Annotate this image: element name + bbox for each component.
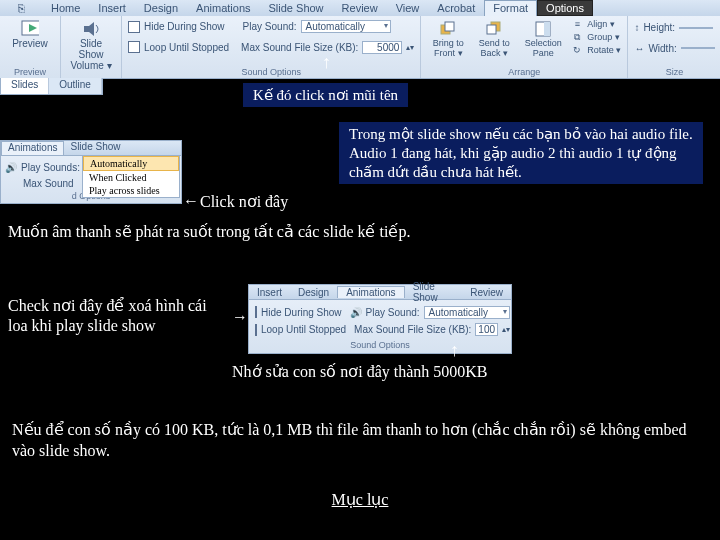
align-button[interactable]: ≡Align ▾ bbox=[571, 18, 621, 30]
tab-review[interactable]: Review bbox=[333, 2, 387, 14]
svg-rect-4 bbox=[445, 22, 454, 31]
slides-outline-tabs: Slides Outline bbox=[0, 78, 103, 95]
height-input[interactable]: ↕Height: bbox=[634, 22, 714, 33]
tab-insert[interactable]: Insert bbox=[89, 2, 135, 14]
send-to-back-button[interactable]: Send to Back ▾ bbox=[473, 18, 515, 60]
max-file-size-input[interactable]: 5000 bbox=[362, 41, 402, 54]
rotate-icon: ↻ bbox=[571, 44, 583, 56]
speaker-icon: 🔊 bbox=[5, 158, 17, 176]
arrow-left-icon: ← bbox=[183, 192, 199, 210]
preview-button[interactable]: Preview bbox=[6, 18, 54, 51]
svg-marker-2 bbox=[84, 22, 94, 36]
toc-link[interactable]: Mục lục bbox=[0, 490, 720, 509]
tab-options[interactable]: Options bbox=[537, 0, 593, 16]
arrow-up-icon-2: ↑ bbox=[450, 340, 459, 361]
selection-pane-button[interactable]: Selection Pane bbox=[519, 18, 567, 60]
selection-pane-icon bbox=[534, 20, 552, 38]
width-icon: ↔ bbox=[634, 43, 644, 54]
height-icon: ↕ bbox=[634, 22, 639, 33]
slides-tab[interactable]: Slides bbox=[1, 78, 49, 94]
group-icon: ⧉ bbox=[571, 31, 583, 43]
preview-icon bbox=[21, 20, 39, 38]
rotate-button[interactable]: ↻Rotate ▾ bbox=[571, 44, 621, 56]
text-line2: Nếu để con số nầy có 100 KB, tức là 0,1 … bbox=[12, 420, 708, 462]
bring-front-icon bbox=[439, 20, 457, 38]
tab-acrobat[interactable]: Acrobat bbox=[428, 2, 484, 14]
svg-rect-8 bbox=[544, 22, 550, 36]
bring-to-front-button[interactable]: Bring to Front ▾ bbox=[427, 18, 469, 60]
speaker-icon: 🔊 bbox=[350, 303, 362, 321]
callout-click-arrow: Kế đó click nơi mũi tên bbox=[242, 82, 409, 108]
ribbon-tabs: ⎘ Home Insert Design Animations Slide Sh… bbox=[0, 0, 720, 17]
text-check-here: Check nơi đây để xoá hình cái loa khi pl… bbox=[8, 296, 228, 336]
text-line1: Muốn âm thanh sẽ phát ra suốt trong tất … bbox=[8, 222, 410, 241]
label-click-here: Click nơi đây bbox=[200, 192, 288, 211]
tab-slideshow[interactable]: Slide Show bbox=[260, 2, 333, 14]
callout-two-audio: Trong một slide show nếu các bạn bỏ vào … bbox=[338, 121, 704, 185]
play-sound-dropdown[interactable]: Automatically bbox=[301, 20, 391, 33]
loop-until-stopped-checkbox[interactable]: Loop Until StoppedMax Sound File Size (K… bbox=[128, 41, 414, 54]
speaker-icon bbox=[82, 20, 100, 38]
tab-animations[interactable]: Animations bbox=[187, 2, 259, 14]
panel-sound-options: Insert Design Animations Slide Show Revi… bbox=[248, 284, 512, 354]
hide-during-show-checkbox[interactable]: Hide During ShowPlay Sound:Automatically bbox=[128, 20, 414, 33]
group-button[interactable]: ⧉Group ▾ bbox=[571, 31, 621, 43]
arrow-up-icon: ↑ bbox=[322, 52, 331, 73]
outline-tab[interactable]: Outline bbox=[49, 78, 102, 94]
width-input[interactable]: ↔Width: bbox=[634, 43, 714, 54]
tab-home[interactable]: Home bbox=[42, 2, 89, 14]
tab-format[interactable]: Format bbox=[484, 0, 537, 16]
svg-rect-6 bbox=[487, 25, 496, 34]
arrow-right-icon: → bbox=[232, 308, 248, 326]
tab-view[interactable]: View bbox=[387, 2, 429, 14]
play-sound-options-list[interactable]: Automatically When Clicked Play across s… bbox=[82, 155, 180, 198]
ribbon-body: Preview Preview Slide Show Volume ▾ Hide… bbox=[0, 16, 720, 79]
align-icon: ≡ bbox=[571, 18, 583, 30]
send-back-icon bbox=[485, 20, 503, 38]
hide-during-show-checkbox-2[interactable]: Hide During Show🔊Play Sound:Automaticall… bbox=[255, 303, 505, 321]
slideshow-volume-button[interactable]: Slide Show Volume ▾ bbox=[67, 18, 115, 73]
loop-checkbox-2[interactable]: Loop Until StoppedMax Sound File Size (K… bbox=[255, 323, 505, 336]
text-remember: Nhớ sửa con số nơi đây thành 5000KB bbox=[232, 362, 488, 381]
tab-design[interactable]: Design bbox=[135, 2, 187, 14]
